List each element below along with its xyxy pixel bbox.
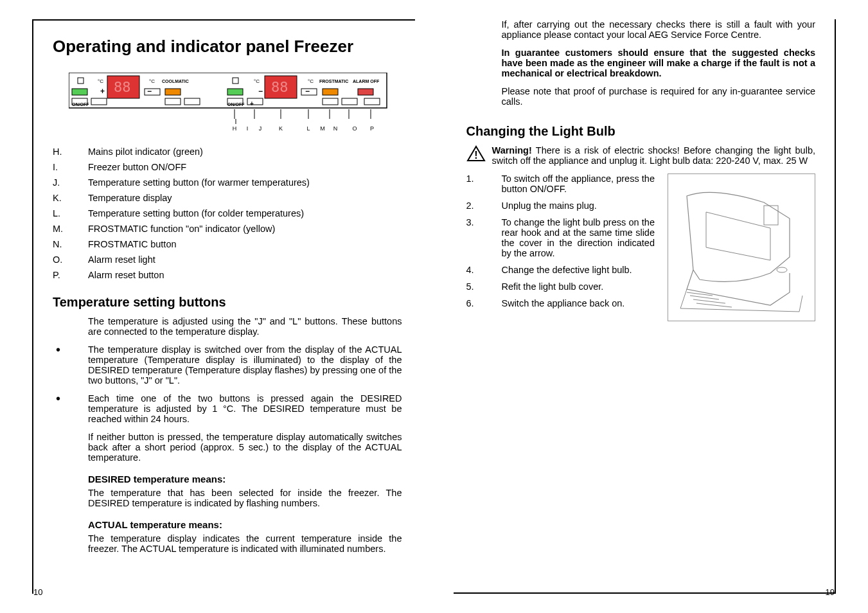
- service-para-3: Please note that proof of purchase is re…: [502, 86, 816, 107]
- svg-text:K: K: [279, 125, 283, 132]
- svg-text:M: M: [320, 125, 325, 132]
- label-coolmatic: COOLMATIC: [162, 79, 189, 84]
- bullet-mark: •: [53, 344, 88, 386]
- svg-text:O: O: [352, 125, 357, 132]
- page-number-right: 19: [826, 587, 835, 597]
- svg-rect-15: [227, 89, 243, 95]
- svg-line-45: [687, 292, 713, 296]
- bullet-text: The temperature display is switched over…: [88, 344, 402, 386]
- bulb-cover-illustration: [668, 173, 815, 321]
- svg-text:P: P: [370, 125, 374, 132]
- svg-text:88: 88: [271, 79, 288, 95]
- svg-text:L: L: [306, 125, 310, 132]
- label-frostmatic: FROSTMATIC: [319, 79, 348, 84]
- desired-heading: DESIRED temperature means:: [88, 474, 402, 484]
- label-plus-1: +: [100, 87, 105, 96]
- label-minus-2: −: [258, 87, 263, 96]
- svg-text:J: J: [259, 125, 262, 132]
- svg-point-44: [777, 267, 787, 272]
- label-minus-1: −: [147, 87, 152, 96]
- warning-text: Warning! There is a risk of electric sho…: [492, 145, 816, 166]
- control-panel-diagram: °C 88 °C COOLMATIC + − ON/OFF °C 88 − − …: [69, 73, 390, 134]
- warning-icon: !: [466, 145, 486, 164]
- service-para-2: In guarantee customers should ensure tha…: [502, 48, 816, 78]
- svg-text:H: H: [233, 125, 237, 132]
- right-page: If, after carrying out the necessary che…: [454, 19, 837, 594]
- desired-text: The temperature that has been selected f…: [88, 488, 402, 508]
- svg-line-48: [696, 303, 732, 307]
- label-degC-4: °C: [308, 78, 314, 84]
- label-degC-2: °C: [149, 78, 155, 84]
- legend-text: Mains pilot indicator (green): [88, 147, 402, 157]
- bulb-steps: 1.To switch off the appliance, press the…: [466, 173, 655, 321]
- actual-text: The temperature display indicates the cu…: [88, 533, 402, 554]
- label-alarmoff: ALARM OFF: [353, 79, 380, 84]
- temp-intro: The temperature is adjusted using the "J…: [88, 316, 402, 337]
- svg-line-46: [690, 296, 719, 299]
- temp-section-heading: Temperature setting buttons: [53, 295, 402, 310]
- label-onoff-2: ON/OFF: [227, 102, 245, 107]
- svg-text:N: N: [333, 125, 338, 132]
- actual-heading: ACTUAL temperature means:: [88, 519, 402, 530]
- svg-text:!: !: [474, 150, 477, 161]
- legend-letter: H.: [53, 147, 88, 157]
- svg-text:−: −: [305, 87, 310, 96]
- label-degC-1: °C: [98, 78, 103, 84]
- temp-bullet-list: •The temperature display is switched ove…: [53, 344, 402, 432]
- panel-legend: H.Mains pilot indicator (green) I.Freeze…: [53, 147, 402, 285]
- warning-block: ! Warning! There is a risk of electric s…: [466, 145, 816, 166]
- service-para-1: If, after carrying out the necessary che…: [502, 19, 816, 40]
- svg-rect-22: [358, 89, 373, 95]
- svg-rect-19: [323, 89, 338, 95]
- svg-rect-43: [764, 206, 778, 225]
- svg-rect-8: [165, 89, 181, 95]
- page-heading: Operating and indicator panel Freezer: [53, 37, 402, 57]
- page-number-left: 10: [33, 587, 42, 597]
- bulb-heading: Changing the Light Bulb: [466, 124, 816, 139]
- svg-text:88: 88: [114, 79, 131, 95]
- label-plus-2: +: [250, 100, 254, 107]
- svg-rect-4: [72, 89, 87, 95]
- label-degC-3: °C: [254, 78, 260, 84]
- svg-line-47: [693, 299, 725, 303]
- left-page: Operating and indicator panel Freezer °C…: [32, 19, 415, 594]
- svg-text:I: I: [247, 125, 249, 132]
- temp-after-bullets: If neither button is pressed, the temper…: [88, 432, 402, 463]
- label-onoff-1: ON/OFF: [72, 102, 89, 107]
